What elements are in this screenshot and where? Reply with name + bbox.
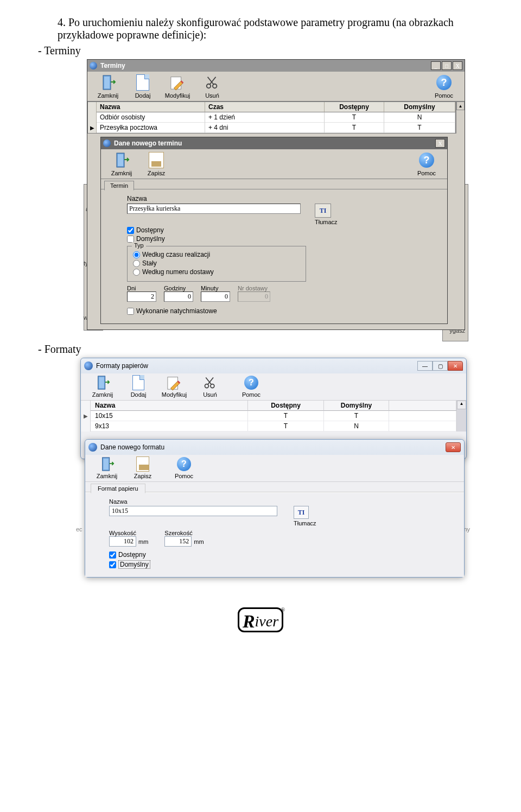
door-icon	[113, 152, 130, 168]
tlumacz-button[interactable]: TI	[294, 506, 309, 519]
titlebar-formaty[interactable]: Formaty papierów — ▢ ✕	[81, 358, 466, 373]
cell-domyslny: N	[384, 112, 455, 123]
nrdostawy-label: Nr dostawy	[238, 285, 270, 291]
domyslny-checkbox[interactable]: Domyślny	[109, 560, 453, 569]
cell-domyslny: N	[324, 421, 389, 432]
minimize-button[interactable]: _	[431, 61, 441, 70]
wysokosc-label: Wysokość	[109, 530, 148, 536]
app-icon	[90, 62, 97, 69]
title-terminy: Terminy	[100, 62, 431, 69]
typ-czas-label: Według czasu realizacji	[142, 251, 210, 258]
app-icon	[84, 361, 93, 370]
close-button[interactable]: X	[453, 61, 462, 70]
wysokosc-input[interactable]	[109, 536, 136, 547]
pencil-icon	[167, 375, 182, 390]
help-icon: ?	[177, 457, 191, 471]
typ-staly-radio[interactable]: Stały	[133, 259, 300, 267]
bg-label-ny: ny	[463, 526, 470, 532]
zamknij-button[interactable]: Zamknij	[87, 375, 118, 398]
tlumacz-button[interactable]: TI	[315, 204, 331, 218]
titlebar-dane-formatu[interactable]: Dane nowego formatu ✕	[85, 440, 464, 455]
scrollbar-thumb[interactable]	[457, 409, 466, 432]
tab-format-papieru[interactable]: Format papieru	[91, 484, 145, 493]
table-row[interactable]: ▶ Przesyłka pocztowa + 4 dni T T	[88, 123, 455, 133]
typ-group: Typ Według czasu realizacji Stały Według…	[127, 246, 306, 282]
svg-rect-13	[103, 459, 108, 470]
modyfikuj-label: Modyfikuj	[162, 92, 193, 99]
godziny-input[interactable]	[164, 291, 193, 302]
dodaj-button[interactable]: Dodaj	[123, 375, 154, 398]
registered-icon: ®	[281, 607, 285, 613]
pomoc-label: Pomoc	[429, 92, 459, 99]
typ-dostawa-radio[interactable]: Według numeru dostawy	[133, 268, 300, 276]
typ-czas-radio[interactable]: Według czasu realizacji	[133, 251, 300, 258]
dodaj-button[interactable]: Dodaj	[128, 74, 158, 99]
usun-button[interactable]: Usuń	[197, 74, 227, 99]
col-domyslny[interactable]: Domyślny	[324, 401, 389, 411]
nazwa-input[interactable]	[127, 204, 301, 214]
modyfikuj-label: Modyfikuj	[159, 391, 189, 398]
szerokosc-label: Szerokość	[164, 530, 204, 536]
zamknij-button[interactable]: Zamknij	[92, 456, 122, 479]
table-row[interactable]: ▶ 10x15 T T	[81, 411, 456, 421]
zamknij-label: Zamknij	[106, 170, 137, 176]
zapisz-button[interactable]: Zapisz	[141, 151, 171, 176]
col-dostepny[interactable]: Dostępny	[325, 102, 384, 112]
door-icon	[95, 375, 110, 390]
zapisz-label: Zapisz	[141, 170, 171, 176]
col-domyslny[interactable]: Domyślny	[384, 102, 455, 112]
pomoc-button[interactable]: ? Pomoc	[236, 375, 266, 398]
titlebar-terminy[interactable]: Terminy _ □ X	[87, 60, 465, 72]
close-button[interactable]: ✕	[446, 442, 461, 452]
scissors-icon	[203, 376, 217, 390]
scroll-up-icon[interactable]: ▲	[457, 401, 466, 409]
dostepny-checkbox[interactable]: Dostępny	[109, 551, 453, 559]
minuty-input[interactable]	[201, 291, 230, 302]
help-icon: ?	[244, 376, 258, 390]
close-button[interactable]: ✕	[448, 361, 463, 371]
section-formaty: - Formaty	[38, 343, 483, 356]
zamknij-button[interactable]: Zamknij	[93, 74, 123, 99]
window-dane-nowego-terminu: Dane nowego terminu X Zamknij	[100, 137, 448, 324]
tab-termin[interactable]: Termin	[104, 181, 134, 191]
pomoc-button[interactable]: ? Pomoc	[169, 456, 199, 479]
maximize-button[interactable]: ▢	[433, 361, 448, 371]
terminy-grid[interactable]: Nazwa Czas Dostępny Domyślny Odbiór osob…	[87, 101, 456, 134]
pomoc-button[interactable]: ? Pomoc	[429, 74, 459, 99]
scroll-up-icon[interactable]: ▲	[456, 101, 465, 110]
domyslny-checkbox[interactable]: Domyślny	[127, 235, 437, 243]
zapisz-button[interactable]: Zapisz	[128, 456, 158, 479]
dni-label: Dni	[127, 285, 156, 291]
zamknij-button[interactable]: Zamknij	[106, 151, 137, 176]
usun-button[interactable]: Usuń	[195, 375, 225, 398]
maximize-button[interactable]: □	[442, 61, 452, 70]
dostepny-checkbox[interactable]: Dostępny	[127, 226, 437, 234]
zamknij-label: Zamknij	[92, 473, 122, 479]
svg-rect-1	[104, 77, 110, 88]
pomoc-button[interactable]: ? Pomoc	[411, 151, 442, 176]
window-terminy: Terminy _ □ X Zamknij Dodaj	[87, 59, 465, 330]
minimize-button[interactable]: —	[417, 361, 433, 371]
page-icon	[136, 74, 149, 91]
col-dostepny[interactable]: Dostępny	[248, 401, 324, 411]
door-icon	[99, 456, 115, 472]
screenshot-terminy: arz ty wanie zenar Albu stawi ygasz Term…	[87, 59, 465, 330]
titlebar-dane-terminu[interactable]: Dane nowego terminu X	[101, 137, 447, 149]
modyfikuj-button[interactable]: Modyfikuj	[159, 375, 189, 398]
col-nazwa[interactable]: Nazwa	[97, 102, 205, 112]
close-button[interactable]: X	[435, 139, 445, 148]
table-row[interactable]: Odbiór osobisty + 1 dzień T N	[88, 112, 455, 123]
vertical-scrollbar[interactable]: ▲	[456, 101, 465, 134]
zamknij-label: Zamknij	[87, 391, 118, 398]
natychmiast-checkbox[interactable]: Wykonanie natychmiastowe	[127, 307, 437, 315]
table-row[interactable]: 9x13 T N	[81, 421, 456, 432]
nazwa-input[interactable]	[109, 506, 277, 516]
col-czas[interactable]: Czas	[205, 102, 325, 112]
col-nazwa[interactable]: Nazwa	[91, 401, 248, 411]
formaty-grid[interactable]: Nazwa Dostępny Domyślny ▶ 10x15 T T	[81, 401, 456, 432]
szerokosc-input[interactable]	[164, 536, 192, 547]
usun-label: Usuń	[197, 92, 227, 99]
dni-input[interactable]	[127, 291, 156, 302]
toolbar-dane-formatu: Zamknij Zapisz ? Pomoc	[85, 455, 464, 482]
modyfikuj-button[interactable]: Modyfikuj	[162, 74, 193, 99]
